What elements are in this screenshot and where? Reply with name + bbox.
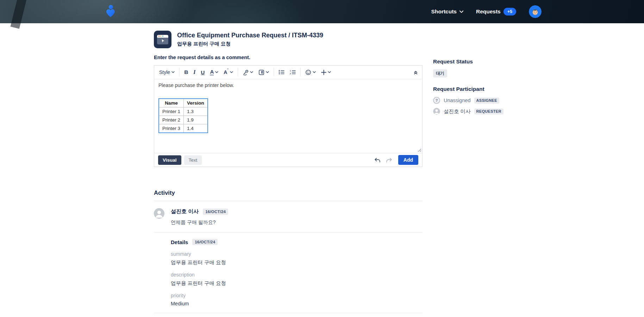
- svg-text:?: ?: [436, 98, 438, 102]
- page-title: Office Equipment Purchase Request / ITSM…: [177, 32, 323, 39]
- svg-text:1: 1: [290, 70, 291, 72]
- request-participant-heading: Request Participant: [433, 86, 521, 92]
- assignee-role-badge: ASSIGNEE: [474, 98, 499, 104]
- request-header: Office Equipment Purchase Request / ITSM…: [154, 31, 423, 48]
- chevron-down-icon: [230, 71, 233, 73]
- details-heading: Details: [171, 239, 188, 245]
- bold-button[interactable]: B: [184, 69, 188, 75]
- italic-button[interactable]: I: [193, 69, 195, 75]
- undo-button[interactable]: [374, 157, 381, 163]
- divider: [154, 313, 423, 313]
- chevron-down-icon: [328, 71, 331, 73]
- page-content: Office Equipment Purchase Request / ITSM…: [154, 23, 644, 313]
- unassigned-avatar-icon: ?: [433, 97, 440, 104]
- participant-row-assignee: ? Unassigned ASSIGNEE: [433, 97, 521, 104]
- redo-icon: [386, 157, 392, 163]
- request-status-heading: Request Status: [433, 58, 521, 65]
- attachment-icon: [258, 69, 264, 75]
- insert-more-button[interactable]: [321, 70, 331, 75]
- requester-avatar-icon: [433, 108, 440, 115]
- user-avatar[interactable]: [529, 5, 542, 18]
- field-value-priority: Medium: [171, 301, 423, 306]
- table-cell[interactable]: 1.4: [184, 124, 208, 133]
- table-cell[interactable]: Printer 2: [159, 116, 184, 124]
- add-comment-button[interactable]: Add: [398, 155, 418, 165]
- field-value-description: 업무용 프린터 구매 요청: [171, 280, 423, 287]
- field-label-description: description: [171, 272, 423, 278]
- table-header-name[interactable]: Name: [159, 99, 184, 107]
- navbar-menu: Shortcuts Requests +5: [431, 0, 542, 23]
- request-type-icon: [154, 31, 171, 48]
- app-logo-icon[interactable]: [103, 4, 118, 19]
- chevron-down-icon: [313, 71, 316, 73]
- chevron-down-icon: [215, 71, 218, 73]
- assignee-name: Unassigned: [444, 98, 471, 103]
- chevron-down-icon: [250, 71, 253, 73]
- top-navbar: Shortcuts Requests +5: [0, 0, 644, 23]
- shortcuts-menu[interactable]: Shortcuts: [431, 8, 463, 15]
- text-color-button[interactable]: A: [210, 69, 218, 75]
- divider: [154, 232, 423, 232]
- numbered-list-icon: 12: [290, 70, 296, 75]
- activity-comment: 설진호 이사 16/OCT/24 언제쯤 구매 될까요?: [154, 208, 423, 226]
- comment-text: 언제쯤 구매 될까요?: [171, 219, 228, 226]
- style-dropdown[interactable]: Style: [159, 70, 175, 75]
- underline-button[interactable]: U: [201, 70, 205, 75]
- commenter-avatar: [154, 208, 164, 219]
- field-label-summary: summary: [171, 251, 423, 257]
- requester-role-badge: REQUESTER: [474, 108, 504, 114]
- editor-toolbar: Style B I U A A°: [154, 66, 422, 79]
- table-cell[interactable]: 1.3: [184, 107, 208, 116]
- bullet-list-icon: [279, 70, 285, 75]
- numbered-list-button[interactable]: 12: [290, 70, 296, 75]
- request-sidebar: Request Status 대기 Request Participant ? …: [433, 23, 521, 313]
- undo-icon: [374, 157, 381, 163]
- collapse-chevrons-icon: [413, 70, 418, 75]
- comment-author: 설진호 이사: [171, 208, 199, 215]
- requests-count-badge: +5: [504, 8, 516, 15]
- svg-text:2: 2: [290, 73, 291, 75]
- editor-table[interactable]: Name Version Printer 1 1.3 Printer 2 1.9: [158, 98, 208, 133]
- table-row: Printer 3 1.4: [159, 124, 208, 133]
- comment-editor: Style B I U A A°: [154, 65, 423, 167]
- chevron-down-icon: [266, 71, 269, 73]
- link-icon: [243, 69, 249, 75]
- editor-content-area[interactable]: Please purchase the printer below. Name …: [154, 79, 422, 153]
- details-date-badge: 16/OCT/24: [192, 239, 218, 245]
- visual-tab[interactable]: Visual: [158, 155, 181, 165]
- participant-row-requester: 설진호 이사 REQUESTER: [433, 108, 521, 115]
- editor-footer: Visual Text: [154, 153, 422, 167]
- text-style-button[interactable]: A°: [224, 70, 233, 75]
- plus-icon: [321, 70, 326, 75]
- table-row: Printer 2 1.9: [159, 116, 208, 124]
- redo-button[interactable]: [386, 157, 392, 163]
- table-header-version[interactable]: Version: [184, 99, 208, 107]
- table-cell[interactable]: 1.9: [184, 116, 208, 124]
- chevron-down-icon: [459, 11, 463, 13]
- emoji-icon: [305, 69, 311, 75]
- style-dropdown-label: Style: [159, 70, 170, 75]
- requests-menu[interactable]: Requests +5: [476, 8, 516, 15]
- page-subtitle: 업무용 프린터 구매 요청: [177, 41, 323, 47]
- bullet-list-button[interactable]: [279, 70, 285, 75]
- table-row: Printer 1 1.3: [159, 107, 208, 116]
- field-value-summary: 업무용 프린터 구매 요청: [171, 259, 423, 266]
- requests-label: Requests: [476, 8, 501, 15]
- table-cell[interactable]: Printer 1: [159, 107, 184, 116]
- main-column: Office Equipment Purchase Request / ITSM…: [154, 23, 423, 313]
- collapse-toolbar-button[interactable]: [413, 70, 418, 75]
- field-label-priority: priority: [171, 293, 423, 298]
- status-badge: 대기: [433, 69, 447, 77]
- attachment-button[interactable]: [258, 69, 269, 75]
- comment-date-badge: 16/OCT/24: [203, 209, 228, 215]
- table-cell[interactable]: Printer 3: [159, 124, 184, 133]
- link-button[interactable]: [243, 69, 253, 75]
- emoji-button[interactable]: [305, 69, 316, 75]
- resize-handle[interactable]: [417, 148, 421, 152]
- shortcuts-label: Shortcuts: [431, 8, 457, 15]
- comment-prompt-label: Enter the request details as a comment.: [154, 55, 423, 60]
- activity-heading: Activity: [154, 189, 423, 201]
- text-tab[interactable]: Text: [184, 155, 202, 165]
- chevron-down-icon: [171, 71, 175, 73]
- editor-paragraph: Please purchase the printer below.: [158, 82, 418, 88]
